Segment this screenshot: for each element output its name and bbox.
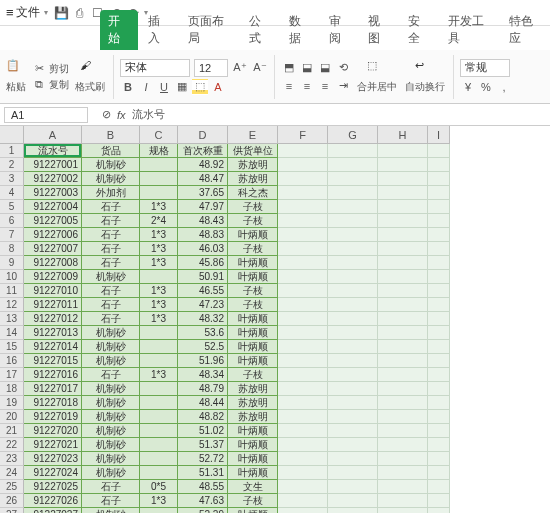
name-box[interactable]: A1 bbox=[4, 107, 88, 123]
cell[interactable]: 47.97 bbox=[178, 200, 228, 214]
row-header[interactable]: 23 bbox=[0, 452, 24, 466]
cell[interactable] bbox=[378, 200, 428, 214]
cell[interactable] bbox=[328, 466, 378, 480]
cell[interactable] bbox=[140, 466, 178, 480]
cell[interactable]: 石子 bbox=[82, 214, 140, 228]
cell[interactable]: 50.91 bbox=[178, 270, 228, 284]
row-header[interactable]: 16 bbox=[0, 354, 24, 368]
cell[interactable] bbox=[278, 186, 328, 200]
underline-button[interactable]: U bbox=[156, 79, 172, 95]
cell[interactable] bbox=[428, 242, 450, 256]
cell[interactable] bbox=[140, 172, 178, 186]
cell[interactable] bbox=[140, 354, 178, 368]
merge-button[interactable]: ⬚ 合并居中 bbox=[355, 59, 399, 94]
cell[interactable]: 91227024 bbox=[24, 466, 82, 480]
row-header[interactable]: 5 bbox=[0, 200, 24, 214]
cell[interactable]: 子枝 bbox=[228, 298, 278, 312]
cell[interactable]: 叶炳顺 bbox=[228, 452, 278, 466]
row-header[interactable]: 18 bbox=[0, 382, 24, 396]
cell[interactable] bbox=[378, 242, 428, 256]
cell[interactable]: 91227009 bbox=[24, 270, 82, 284]
cell[interactable] bbox=[328, 354, 378, 368]
tab-9[interactable]: 特色应 bbox=[501, 10, 550, 50]
row-header[interactable]: 10 bbox=[0, 270, 24, 284]
cell[interactable]: 52.29 bbox=[178, 508, 228, 513]
cell[interactable] bbox=[328, 186, 378, 200]
cell[interactable]: 91227002 bbox=[24, 172, 82, 186]
cell[interactable] bbox=[328, 284, 378, 298]
wrap-button[interactable]: ↩ 自动换行 bbox=[403, 59, 447, 94]
row-header[interactable]: 3 bbox=[0, 172, 24, 186]
row-header[interactable]: 17 bbox=[0, 368, 24, 382]
cell[interactable]: 46.03 bbox=[178, 242, 228, 256]
cell[interactable] bbox=[428, 158, 450, 172]
row-header[interactable]: 13 bbox=[0, 312, 24, 326]
cell[interactable]: 子枝 bbox=[228, 200, 278, 214]
cell[interactable]: 51.37 bbox=[178, 438, 228, 452]
row-header[interactable]: 27 bbox=[0, 508, 24, 513]
cell[interactable]: 石子 bbox=[82, 200, 140, 214]
cell[interactable]: 石子 bbox=[82, 494, 140, 508]
cell[interactable] bbox=[278, 158, 328, 172]
cell[interactable]: 叶炳顺 bbox=[228, 466, 278, 480]
formula-content[interactable]: 流水号 bbox=[132, 107, 165, 122]
cell[interactable] bbox=[428, 340, 450, 354]
cell[interactable]: 48.92 bbox=[178, 158, 228, 172]
cell[interactable] bbox=[378, 298, 428, 312]
cell[interactable] bbox=[328, 228, 378, 242]
cell[interactable]: 机制砂 bbox=[82, 158, 140, 172]
cell[interactable] bbox=[378, 354, 428, 368]
cell[interactable]: 48.55 bbox=[178, 480, 228, 494]
cell[interactable]: 91227019 bbox=[24, 410, 82, 424]
cell[interactable] bbox=[328, 172, 378, 186]
cell[interactable]: 机制砂 bbox=[82, 396, 140, 410]
column-headers[interactable]: ABCDEFGHI bbox=[24, 126, 450, 144]
cell[interactable] bbox=[428, 326, 450, 340]
cell[interactable] bbox=[278, 326, 328, 340]
cell[interactable]: 1*3 bbox=[140, 298, 178, 312]
cell[interactable]: 91227004 bbox=[24, 200, 82, 214]
cell[interactable]: 91227025 bbox=[24, 480, 82, 494]
cell[interactable]: 机制砂 bbox=[82, 438, 140, 452]
cell[interactable]: 52.72 bbox=[178, 452, 228, 466]
border-button[interactable]: ▦ bbox=[174, 79, 190, 95]
cell[interactable] bbox=[328, 452, 378, 466]
cell[interactable] bbox=[428, 480, 450, 494]
cell[interactable]: 91227018 bbox=[24, 396, 82, 410]
cell[interactable] bbox=[278, 382, 328, 396]
cell[interactable]: 机制砂 bbox=[82, 172, 140, 186]
cell[interactable] bbox=[278, 340, 328, 354]
col-header[interactable]: B bbox=[82, 126, 140, 144]
cell[interactable] bbox=[278, 284, 328, 298]
cell[interactable] bbox=[278, 298, 328, 312]
cell[interactable]: 1*3 bbox=[140, 228, 178, 242]
cell[interactable]: 机制砂 bbox=[82, 382, 140, 396]
cell[interactable]: 1*3 bbox=[140, 256, 178, 270]
cell[interactable]: 规格 bbox=[140, 144, 178, 158]
align-bottom-icon[interactable]: ⬓ bbox=[317, 60, 333, 76]
cell[interactable] bbox=[428, 438, 450, 452]
cell[interactable]: 91227006 bbox=[24, 228, 82, 242]
cell[interactable] bbox=[328, 326, 378, 340]
fontsize-combo[interactable]: 12 bbox=[194, 59, 228, 77]
cell[interactable]: 叶炳顺 bbox=[228, 256, 278, 270]
cell[interactable] bbox=[328, 396, 378, 410]
cell[interactable]: 52.5 bbox=[178, 340, 228, 354]
cell[interactable] bbox=[140, 270, 178, 284]
cell[interactable] bbox=[278, 480, 328, 494]
cell[interactable] bbox=[278, 270, 328, 284]
cell[interactable]: 首次称重 bbox=[178, 144, 228, 158]
row-headers[interactable]: 1234567891011121314151617181920212223242… bbox=[0, 144, 24, 513]
cell[interactable]: 石子 bbox=[82, 256, 140, 270]
col-header[interactable]: D bbox=[178, 126, 228, 144]
cell[interactable] bbox=[278, 410, 328, 424]
cell[interactable] bbox=[328, 312, 378, 326]
cell[interactable] bbox=[140, 396, 178, 410]
tab-4[interactable]: 数据 bbox=[281, 10, 319, 50]
cut-button[interactable]: ✂剪切 bbox=[32, 62, 69, 76]
cell[interactable] bbox=[378, 396, 428, 410]
cell[interactable]: 47.23 bbox=[178, 298, 228, 312]
col-header[interactable]: F bbox=[278, 126, 328, 144]
cell[interactable] bbox=[378, 382, 428, 396]
tab-8[interactable]: 开发工具 bbox=[440, 10, 500, 50]
